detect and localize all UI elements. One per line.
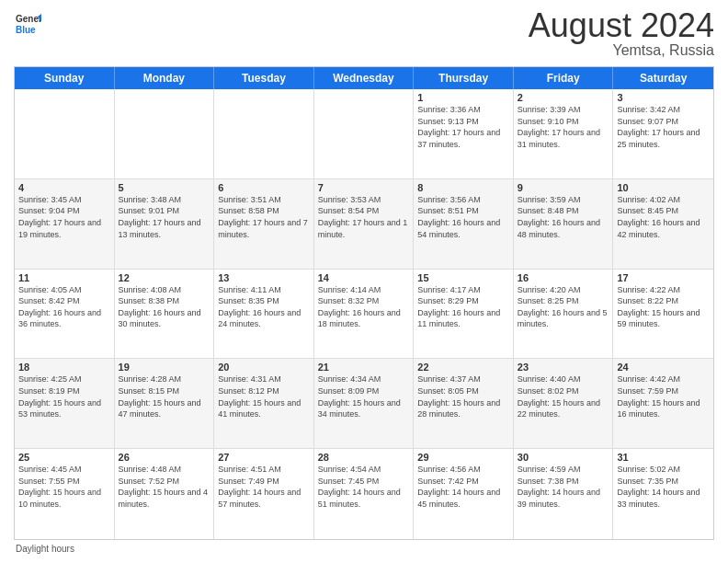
day-number: 17 [617, 272, 710, 283]
day-number: 20 [218, 362, 310, 373]
day-number: 2 [518, 92, 609, 103]
day-number: 6 [218, 182, 310, 193]
day-info: Sunrise: 4:31 AM Sunset: 8:12 PM Dayligh… [218, 373, 310, 419]
page: General Blue August 2024 Yemtsa, Russia … [0, 0, 728, 563]
day-of-week-friday: Friday [514, 67, 614, 89]
day-info: Sunrise: 5:02 AM Sunset: 7:35 PM Dayligh… [617, 464, 710, 510]
day-number: 11 [18, 272, 110, 283]
svg-text:Blue: Blue [16, 25, 36, 35]
day-cell-1: 1Sunrise: 3:36 AM Sunset: 9:13 PM Daylig… [414, 89, 514, 178]
day-number: 23 [518, 362, 609, 373]
day-cell-10: 10Sunrise: 4:02 AM Sunset: 8:45 PM Dayli… [613, 179, 713, 269]
day-number: 29 [417, 452, 509, 463]
day-info: Sunrise: 3:51 AM Sunset: 8:58 PM Dayligh… [218, 194, 310, 240]
footer-text: Daylight hours [16, 544, 74, 554]
day-info: Sunrise: 4:08 AM Sunset: 8:38 PM Dayligh… [119, 284, 210, 330]
day-info: Sunrise: 4:05 AM Sunset: 8:42 PM Dayligh… [18, 284, 110, 330]
day-number: 19 [119, 362, 210, 373]
day-number: 13 [218, 272, 310, 283]
day-number: 9 [518, 182, 609, 193]
day-number: 26 [119, 452, 210, 463]
calendar-week-3: 11Sunrise: 4:05 AM Sunset: 8:42 PM Dayli… [15, 270, 713, 360]
day-of-week-thursday: Thursday [414, 67, 514, 89]
day-info: Sunrise: 4:56 AM Sunset: 7:42 PM Dayligh… [417, 464, 509, 510]
day-info: Sunrise: 4:28 AM Sunset: 8:15 PM Dayligh… [119, 373, 210, 419]
footer: Daylight hours [14, 544, 714, 554]
day-info: Sunrise: 4:34 AM Sunset: 8:09 PM Dayligh… [318, 373, 410, 419]
day-cell-24: 24Sunrise: 4:42 AM Sunset: 7:59 PM Dayli… [613, 359, 713, 448]
day-cell-15: 15Sunrise: 4:17 AM Sunset: 8:29 PM Dayli… [414, 270, 514, 359]
day-cell-9: 9Sunrise: 3:59 AM Sunset: 8:48 PM Daylig… [514, 179, 614, 269]
day-number: 7 [318, 182, 410, 193]
day-cell-17: 17Sunrise: 4:22 AM Sunset: 8:22 PM Dayli… [613, 270, 713, 359]
day-number: 15 [417, 272, 509, 283]
logo-icon: General Blue [14, 9, 41, 37]
empty-cell-w0d2 [214, 89, 314, 178]
day-of-week-saturday: Saturday [613, 67, 713, 89]
day-cell-27: 27Sunrise: 4:51 AM Sunset: 7:49 PM Dayli… [214, 449, 314, 539]
calendar-week-4: 18Sunrise: 4:25 AM Sunset: 8:19 PM Dayli… [15, 359, 713, 449]
day-info: Sunrise: 4:51 AM Sunset: 7:49 PM Dayligh… [218, 464, 310, 510]
calendar-week-5: 25Sunrise: 4:45 AM Sunset: 7:55 PM Dayli… [15, 449, 713, 539]
day-number: 22 [417, 362, 509, 373]
calendar-header: SundayMondayTuesdayWednesdayThursdayFrid… [15, 67, 713, 89]
day-cell-3: 3Sunrise: 3:42 AM Sunset: 9:07 PM Daylig… [613, 89, 713, 178]
day-info: Sunrise: 4:48 AM Sunset: 7:52 PM Dayligh… [119, 464, 210, 510]
day-cell-6: 6Sunrise: 3:51 AM Sunset: 8:58 PM Daylig… [214, 179, 314, 269]
day-info: Sunrise: 4:45 AM Sunset: 7:55 PM Dayligh… [18, 464, 110, 510]
day-cell-18: 18Sunrise: 4:25 AM Sunset: 8:19 PM Dayli… [15, 359, 115, 448]
day-cell-21: 21Sunrise: 4:34 AM Sunset: 8:09 PM Dayli… [314, 359, 415, 448]
day-info: Sunrise: 4:14 AM Sunset: 8:32 PM Dayligh… [318, 284, 410, 330]
day-info: Sunrise: 4:25 AM Sunset: 8:19 PM Dayligh… [18, 373, 110, 419]
day-cell-11: 11Sunrise: 4:05 AM Sunset: 8:42 PM Dayli… [15, 270, 115, 359]
calendar-week-2: 4Sunrise: 3:45 AM Sunset: 9:04 PM Daylig… [15, 179, 713, 270]
day-cell-14: 14Sunrise: 4:14 AM Sunset: 8:32 PM Dayli… [314, 270, 415, 359]
day-number: 4 [18, 182, 110, 193]
day-of-week-wednesday: Wednesday [314, 67, 415, 89]
day-cell-23: 23Sunrise: 4:40 AM Sunset: 8:02 PM Dayli… [514, 359, 614, 448]
day-cell-30: 30Sunrise: 4:59 AM Sunset: 7:38 PM Dayli… [514, 449, 614, 539]
day-cell-28: 28Sunrise: 4:54 AM Sunset: 7:45 PM Dayli… [314, 449, 415, 539]
day-info: Sunrise: 4:40 AM Sunset: 8:02 PM Dayligh… [518, 373, 609, 419]
day-info: Sunrise: 4:17 AM Sunset: 8:29 PM Dayligh… [417, 284, 509, 330]
calendar-body: 1Sunrise: 3:36 AM Sunset: 9:13 PM Daylig… [15, 89, 713, 539]
day-info: Sunrise: 3:59 AM Sunset: 8:48 PM Dayligh… [518, 194, 609, 240]
day-cell-22: 22Sunrise: 4:37 AM Sunset: 8:05 PM Dayli… [414, 359, 514, 448]
day-info: Sunrise: 4:54 AM Sunset: 7:45 PM Dayligh… [318, 464, 410, 510]
day-number: 8 [417, 182, 509, 193]
day-cell-25: 25Sunrise: 4:45 AM Sunset: 7:55 PM Dayli… [15, 449, 115, 539]
day-info: Sunrise: 4:22 AM Sunset: 8:22 PM Dayligh… [617, 284, 710, 330]
empty-cell-w0d0 [15, 89, 115, 178]
day-number: 10 [617, 182, 710, 193]
calendar: SundayMondayTuesdayWednesdayThursdayFrid… [14, 66, 714, 540]
day-of-week-monday: Monday [115, 67, 215, 89]
day-number: 12 [119, 272, 210, 283]
day-number: 28 [318, 452, 410, 463]
day-cell-13: 13Sunrise: 4:11 AM Sunset: 8:35 PM Dayli… [214, 270, 314, 359]
day-cell-16: 16Sunrise: 4:20 AM Sunset: 8:25 PM Dayli… [514, 270, 614, 359]
day-cell-29: 29Sunrise: 4:56 AM Sunset: 7:42 PM Dayli… [414, 449, 514, 539]
subtitle: Yemtsa, Russia [529, 42, 714, 59]
day-number: 1 [417, 92, 509, 103]
day-number: 31 [617, 452, 710, 463]
header: General Blue August 2024 Yemtsa, Russia [14, 9, 714, 59]
day-cell-5: 5Sunrise: 3:48 AM Sunset: 9:01 PM Daylig… [115, 179, 215, 269]
logo: General Blue [14, 9, 41, 37]
day-cell-20: 20Sunrise: 4:31 AM Sunset: 8:12 PM Dayli… [214, 359, 314, 448]
day-cell-26: 26Sunrise: 4:48 AM Sunset: 7:52 PM Dayli… [115, 449, 215, 539]
day-cell-4: 4Sunrise: 3:45 AM Sunset: 9:04 PM Daylig… [15, 179, 115, 269]
calendar-week-1: 1Sunrise: 3:36 AM Sunset: 9:13 PM Daylig… [15, 89, 713, 179]
day-cell-12: 12Sunrise: 4:08 AM Sunset: 8:38 PM Dayli… [115, 270, 215, 359]
day-of-week-sunday: Sunday [15, 67, 115, 89]
day-number: 30 [518, 452, 609, 463]
day-cell-19: 19Sunrise: 4:28 AM Sunset: 8:15 PM Dayli… [115, 359, 215, 448]
day-number: 25 [18, 452, 110, 463]
day-of-week-tuesday: Tuesday [214, 67, 314, 89]
svg-text:General: General [16, 14, 41, 24]
day-info: Sunrise: 3:36 AM Sunset: 9:13 PM Dayligh… [417, 104, 509, 150]
day-cell-8: 8Sunrise: 3:56 AM Sunset: 8:51 PM Daylig… [414, 179, 514, 269]
empty-cell-w0d3 [314, 89, 415, 178]
day-info: Sunrise: 4:42 AM Sunset: 7:59 PM Dayligh… [617, 373, 710, 419]
day-number: 16 [518, 272, 609, 283]
day-info: Sunrise: 3:42 AM Sunset: 9:07 PM Dayligh… [617, 104, 710, 150]
